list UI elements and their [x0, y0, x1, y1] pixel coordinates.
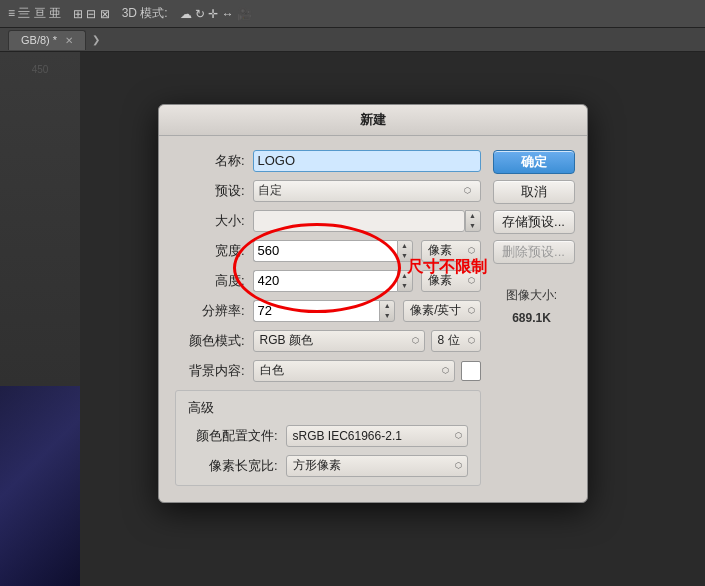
size-row: 大小: ▲ ▼ — [175, 210, 481, 232]
name-label: 名称: — [175, 152, 245, 170]
dialog-form: 名称: 预设: 自定 ⬡ 大小: — [175, 150, 481, 486]
height-label: 高度: — [175, 272, 245, 290]
ok-button[interactable]: 确定 — [493, 150, 575, 174]
height-stepper-arrows[interactable]: ▲ ▼ — [397, 270, 413, 292]
height-unit-arrow-icon: ⬡ — [468, 276, 478, 285]
color-mode-arrow-icon: ⬡ — [412, 336, 422, 345]
cancel-button[interactable]: 取消 — [493, 180, 575, 204]
dialog-title: 新建 — [360, 112, 386, 127]
resolution-stepper-arrows[interactable]: ▲ ▼ — [379, 300, 395, 322]
dialog-body: 名称: 预设: 自定 ⬡ 大小: — [159, 136, 587, 502]
bg-arrow-icon: ⬡ — [442, 366, 452, 375]
resolution-stepper: ▲ ▼ — [253, 300, 396, 322]
bit-depth-value: 8 位 — [434, 332, 466, 349]
res-up-arrow[interactable]: ▲ — [380, 301, 394, 311]
preset-row: 预设: 自定 ⬡ — [175, 180, 481, 202]
pixel-ratio-select[interactable]: 方形像素 ⬡ — [286, 455, 468, 477]
image-size-label: 图像大小: — [493, 286, 571, 305]
resolution-row: 分辨率: ▲ ▼ 像素/英寸 ⬡ — [175, 300, 481, 322]
height-up-arrow[interactable]: ▲ — [398, 271, 412, 281]
size-label: 大小: — [175, 212, 245, 230]
height-down-arrow[interactable]: ▼ — [398, 281, 412, 291]
size-stepper: ▲ ▼ — [253, 210, 481, 232]
color-mode-value: RGB 颜色 — [256, 332, 410, 349]
pixel-ratio-arrow-icon: ⬡ — [455, 461, 465, 470]
preset-arrow-icon: ⬡ — [460, 181, 476, 201]
width-input[interactable] — [253, 240, 397, 262]
color-profile-value: sRGB IEC61966-2.1 — [289, 429, 453, 443]
color-mode-label: 颜色模式: — [175, 332, 245, 350]
bg-row: 背景内容: 白色 ⬡ — [175, 360, 481, 382]
color-profile-row: 颜色配置文件: sRGB IEC61966-2.1 ⬡ — [188, 425, 468, 447]
resolution-unit-text: 像素/英寸 — [406, 302, 465, 319]
width-stepper-arrows[interactable]: ▲ ▼ — [397, 240, 413, 262]
res-unit-arrow-icon: ⬡ — [468, 306, 478, 315]
name-input[interactable] — [253, 150, 481, 172]
bit-depth-select[interactable]: 8 位 ⬡ — [431, 330, 481, 352]
advanced-title: 高级 — [188, 399, 468, 417]
color-mode-row: 颜色模式: RGB 颜色 ⬡ 8 位 ⬡ — [175, 330, 481, 352]
res-down-arrow[interactable]: ▼ — [380, 311, 394, 321]
pixel-ratio-row: 像素长宽比: 方形像素 ⬡ — [188, 455, 468, 477]
color-profile-arrow-icon: ⬡ — [455, 431, 465, 440]
width-unit-select[interactable]: 像素 ⬡ — [421, 240, 481, 262]
image-size-info: 图像大小: 689.1K — [493, 286, 571, 328]
bg-value: 白色 — [256, 362, 440, 379]
preset-select[interactable]: 自定 ⬡ — [253, 180, 481, 202]
width-row: 宽度: ▲ ▼ 像素 ⬡ — [175, 240, 481, 262]
preset-value: 自定 — [258, 182, 460, 199]
size-input[interactable] — [253, 210, 465, 232]
bg-color-swatch[interactable] — [461, 361, 481, 381]
image-size-value: 689.1K — [493, 309, 571, 328]
dialog-titlebar: 新建 — [159, 105, 587, 136]
size-down-arrow[interactable]: ▼ — [466, 221, 480, 231]
bg-label: 背景内容: — [175, 362, 245, 380]
resolution-input[interactable] — [253, 300, 380, 322]
pixel-ratio-value: 方形像素 — [289, 457, 453, 474]
bg-select[interactable]: 白色 ⬡ — [253, 360, 455, 382]
dialog-overlay: 新建 名称: 预设: 自定 ⬡ — [0, 0, 705, 586]
pixel-ratio-label: 像素长宽比: — [188, 457, 278, 475]
height-row: 高度: ▲ ▼ 像素 ⬡ — [175, 270, 481, 292]
color-profile-label: 颜色配置文件: — [188, 427, 278, 445]
delete-preset-button[interactable]: 删除预设... — [493, 240, 575, 264]
bit-depth-arrow-icon: ⬡ — [468, 336, 478, 345]
width-unit-text: 像素 — [424, 242, 466, 259]
color-mode-select[interactable]: RGB 颜色 ⬡ — [253, 330, 425, 352]
width-down-arrow[interactable]: ▼ — [398, 251, 412, 261]
height-unit-text: 像素 — [424, 272, 466, 289]
height-unit-select[interactable]: 像素 ⬡ — [421, 270, 481, 292]
width-label: 宽度: — [175, 242, 245, 260]
height-stepper: ▲ ▼ — [253, 270, 413, 292]
width-unit-arrow-icon: ⬡ — [468, 246, 478, 255]
advanced-section: 高级 颜色配置文件: sRGB IEC61966-2.1 ⬡ 像素长宽比: — [175, 390, 481, 486]
save-preset-button[interactable]: 存储预设... — [493, 210, 575, 234]
color-profile-select[interactable]: sRGB IEC61966-2.1 ⬡ — [286, 425, 468, 447]
width-stepper: ▲ ▼ — [253, 240, 413, 262]
size-stepper-arrows[interactable]: ▲ ▼ — [465, 210, 481, 232]
width-up-arrow[interactable]: ▲ — [398, 241, 412, 251]
dialog-buttons: 确定 取消 存储预设... 删除预设... 图像大小: 689.1K — [481, 150, 571, 486]
size-up-arrow[interactable]: ▲ — [466, 211, 480, 221]
height-input[interactable] — [253, 270, 397, 292]
name-row: 名称: — [175, 150, 481, 172]
new-document-dialog: 新建 名称: 预设: 自定 ⬡ — [158, 104, 588, 503]
resolution-label: 分辨率: — [175, 302, 245, 320]
preset-label: 预设: — [175, 182, 245, 200]
resolution-unit-select[interactable]: 像素/英寸 ⬡ — [403, 300, 480, 322]
